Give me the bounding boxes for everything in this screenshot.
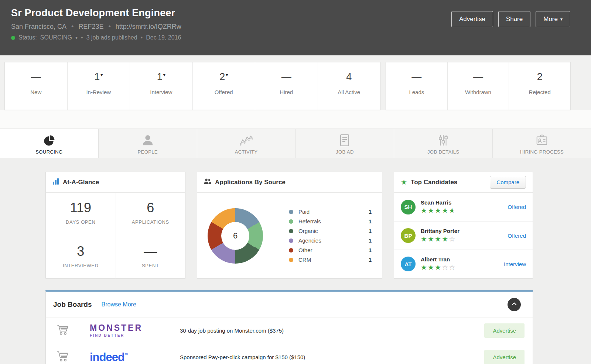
tab-job-details[interactable]: JOB DETAILS	[394, 129, 492, 158]
status-dot-icon	[11, 36, 15, 40]
share-button-label: Share	[506, 16, 523, 23]
tab-activity[interactable]: ACTIVITY	[197, 129, 296, 158]
advertise-button[interactable]: Advertise	[451, 11, 493, 27]
indeed-logo: indeed™	[90, 351, 175, 363]
legend-item-referrals: Referrals 1	[289, 217, 372, 226]
legend-dot	[289, 248, 293, 253]
stage-value: 2	[537, 71, 543, 82]
job-board-row-indeed: indeed™ Sponsored Pay-per-click campaign…	[46, 344, 533, 364]
job-ads-published: 3 job ads published	[86, 34, 137, 41]
advertise-monster-button[interactable]: Advertise	[484, 323, 525, 338]
summary-cards-row: At-A-Glance 119 DAYS OPEN 6 APPLICATIONS…	[45, 172, 533, 279]
candidate-list: SH Sean Harris ★★★★☆★ Offered BP Brittan…	[394, 193, 533, 278]
pipeline-stage-rejected[interactable]: 2 Rejected	[509, 62, 570, 110]
top-candidates-card: ★ Top Candidates Compare SH Sean Harris …	[394, 172, 533, 279]
job-header: Sr Product Development Engineer San Fran…	[0, 0, 591, 55]
bar-chart-icon	[52, 178, 59, 186]
stage-value: —	[473, 71, 483, 82]
candidate-row-sean-harris[interactable]: SH Sean Harris ★★★★☆★ Offered	[394, 193, 533, 221]
pipeline-stage-offered[interactable]: 2▾ Offered	[192, 62, 255, 110]
legend-dot	[289, 210, 293, 214]
candidate-status-link[interactable]: Offered	[508, 204, 526, 210]
job-short-url[interactable]: http://smrtr.io/IQZRRw	[116, 23, 181, 31]
header-actions: Advertise Share More▾	[451, 7, 570, 55]
pipeline-bar: — New 1▾ In-Review 1▾ Interview 2▾ Offer…	[4, 62, 571, 110]
candidate-status-link[interactable]: Interview	[504, 261, 526, 267]
advertise-indeed-button[interactable]: Advertise	[484, 350, 525, 364]
star-rating: ★★★★☆	[421, 235, 460, 243]
candidate-row-brittany-porter[interactable]: BP Brittany Porter ★★★★☆ Offered	[394, 221, 533, 250]
pipeline-group-inactive: — Leads — Withdrawn 2 Rejected	[386, 62, 571, 110]
advertise-button-label: Advertise	[459, 16, 485, 23]
stage-value: 2	[219, 71, 225, 82]
pipeline-stage-new[interactable]: — New	[5, 62, 67, 110]
stage-value: —	[31, 71, 41, 82]
tab-label: JOB DETAILS	[427, 149, 460, 155]
legend-count: 1	[369, 209, 372, 215]
separator-dot: •	[81, 34, 83, 41]
stage-value: 1	[94, 71, 100, 82]
stat-value: —	[116, 244, 185, 259]
job-ref: REF23E	[78, 23, 103, 31]
pipeline-stage-all-active[interactable]: 4 All Active	[318, 62, 380, 110]
stage-label: Hired	[255, 89, 318, 95]
main-tabs: SOURCING PEOPLE ACTIVITY JOB AD JOB DETA…	[0, 128, 591, 158]
collapse-panel-button[interactable]	[508, 298, 521, 311]
caret-down-icon: ▾	[163, 72, 165, 78]
pipeline-stage-withdrawn[interactable]: — Withdrawn	[447, 62, 509, 110]
candidate-name: Sean Harris	[421, 199, 451, 206]
tab-label: JOB AD	[336, 149, 354, 155]
cart-icon	[56, 351, 71, 364]
pie-chart-icon	[42, 133, 56, 147]
pipeline-stage-in-review[interactable]: 1▾ In-Review	[67, 62, 130, 110]
legend-label: Paid	[298, 209, 310, 215]
legend-count: 1	[369, 228, 372, 234]
tab-job-ad[interactable]: JOB AD	[295, 129, 394, 158]
stage-value: 4	[346, 71, 352, 82]
share-button[interactable]: Share	[498, 11, 530, 27]
job-dashboard-page: Sr Product Development Engineer San Fran…	[0, 0, 591, 364]
applications-by-source-card: Applications By Source 6 Paid 1	[197, 172, 382, 279]
legend-item-paid: Paid 1	[289, 207, 372, 217]
browse-more-link[interactable]: Browse More	[102, 301, 136, 308]
legend-item-organic: Organic 1	[289, 226, 372, 236]
legend-item-agencies: Agencies 1	[289, 236, 372, 245]
candidate-status-link[interactable]: Offered	[508, 233, 526, 239]
separator-dot: •	[141, 34, 143, 41]
stage-label: New	[5, 89, 67, 95]
job-header-info: Sr Product Development Engineer San Fran…	[11, 7, 181, 55]
stage-value: —	[281, 71, 291, 82]
pipeline-stage-hired[interactable]: — Hired	[255, 62, 318, 110]
status-dropdown[interactable]: SOURCING	[40, 34, 72, 41]
star-icon: ★	[401, 178, 407, 186]
page-title: Sr Product Development Engineer	[11, 7, 181, 19]
tab-hiring-process[interactable]: HIRING PROCESS	[492, 129, 591, 158]
more-button[interactable]: More▾	[536, 11, 570, 27]
applications-donut: 6	[208, 208, 263, 264]
stage-label: Rejected	[509, 89, 570, 95]
tab-sourcing[interactable]: SOURCING	[0, 129, 98, 158]
stage-label: Leads	[386, 89, 447, 95]
tab-people[interactable]: PEOPLE	[98, 129, 197, 158]
compare-button[interactable]: Compare	[490, 176, 526, 189]
pipeline-stage-interview[interactable]: 1▾ Interview	[130, 62, 192, 110]
activity-sparkline-icon	[239, 133, 254, 147]
indeed-wordmark: indeed	[90, 351, 124, 364]
tab-label: HIRING PROCESS	[520, 149, 564, 155]
legend-label: Other	[298, 247, 312, 253]
legend-label: Referrals	[298, 218, 321, 224]
stage-label: Withdrawn	[448, 89, 509, 95]
stage-label: Interview	[130, 89, 192, 95]
stat-value: 6	[116, 200, 185, 216]
stage-label: All Active	[318, 89, 380, 95]
star-rating: ★★★★☆★	[421, 207, 456, 215]
pipeline-stage-leads[interactable]: — Leads	[386, 62, 447, 110]
job-boards-panel: Job Boards Browse More MONSTER FIND BETT…	[45, 290, 533, 364]
job-date: Dec 19, 2016	[146, 34, 181, 41]
id-badge-icon	[534, 133, 549, 147]
job-subtitle: San Francisco, CA • REF23E • http://smrt…	[11, 23, 181, 31]
legend-count: 1	[369, 218, 372, 224]
caret-down-icon: ▾	[100, 72, 103, 78]
sliders-icon	[436, 133, 450, 147]
candidate-row-albert-tran[interactable]: AT Albert Tran ★★★☆☆ Interview	[394, 250, 533, 278]
